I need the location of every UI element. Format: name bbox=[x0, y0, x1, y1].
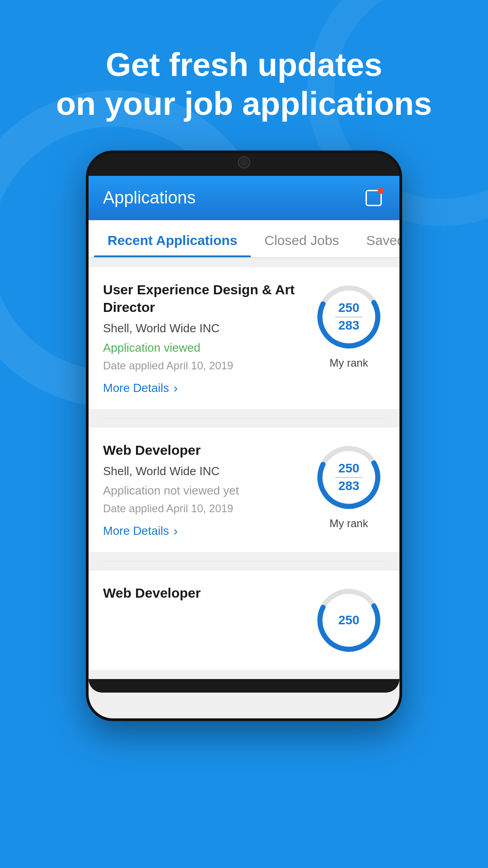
notification-button[interactable] bbox=[362, 187, 385, 209]
phone-top-bar bbox=[89, 153, 399, 176]
job-title-3: Web Developer bbox=[103, 584, 304, 602]
job-status-1: Application viewed bbox=[103, 341, 304, 355]
rank-circle-2: 250 283 bbox=[313, 441, 385, 514]
job-title-2: Web Developer bbox=[103, 441, 304, 459]
content-area: User Experience Design & Art Director Sh… bbox=[89, 267, 399, 670]
phone-bottom-border bbox=[89, 679, 399, 693]
front-camera bbox=[238, 156, 250, 169]
phone-notch bbox=[208, 153, 280, 171]
tab-saved[interactable]: Saved bbox=[352, 220, 399, 257]
job-info-2: Web Developer Shell, World Wide INC Appl… bbox=[103, 441, 313, 538]
job-card-1: User Experience Design & Art Director Sh… bbox=[89, 267, 399, 409]
more-details-btn-1[interactable]: More Details › bbox=[103, 381, 304, 396]
job-date-1: Date applied April 10, 2019 bbox=[103, 359, 304, 372]
app-header: Applications bbox=[89, 176, 399, 220]
card-divider-2 bbox=[103, 561, 385, 561]
job-card-3: Web Developer 250 bbox=[89, 571, 399, 670]
tab-closed-jobs[interactable]: Closed Jobs bbox=[251, 220, 352, 257]
rank-numbers-1: 250 283 bbox=[335, 301, 362, 333]
job-date-2: Date applied April 10, 2019 bbox=[103, 502, 304, 515]
chevron-right-icon-1: › bbox=[174, 381, 178, 396]
hero-header: Get fresh updates on your job applicatio… bbox=[0, 0, 488, 151]
rank-circle-1: 250 283 bbox=[313, 281, 385, 353]
job-company-1: Shell, World Wide INC bbox=[103, 321, 304, 335]
job-status-2: Application not viewed yet bbox=[103, 484, 304, 498]
rank-circle-3: 250 bbox=[313, 584, 385, 656]
job-card-2: Web Developer Shell, World Wide INC Appl… bbox=[89, 428, 399, 552]
job-title-1: User Experience Design & Art Director bbox=[103, 281, 304, 316]
notification-badge bbox=[378, 188, 384, 194]
hero-title: Get fresh updates on your job applicatio… bbox=[0, 45, 488, 123]
rank-numbers-2: 250 283 bbox=[335, 462, 362, 493]
rank-circle-container-3: 250 bbox=[313, 584, 385, 656]
more-details-btn-2[interactable]: More Details › bbox=[103, 524, 304, 538]
rank-circle-container-2: 250 283 My rank bbox=[313, 441, 385, 530]
tabs-bar: Recent Applications Closed Jobs Saved bbox=[89, 220, 399, 258]
phone-screen: Applications Recent Applications Closed … bbox=[89, 176, 399, 718]
card-divider-1 bbox=[103, 418, 385, 419]
job-info-1: User Experience Design & Art Director Sh… bbox=[103, 281, 313, 396]
job-company-2: Shell, World Wide INC bbox=[103, 464, 304, 478]
rank-divider-1 bbox=[335, 316, 362, 317]
app-title: Applications bbox=[103, 188, 196, 208]
phone-frame: Applications Recent Applications Closed … bbox=[86, 151, 402, 721]
job-info-3: Web Developer bbox=[103, 584, 313, 607]
rank-numbers-3: 250 bbox=[338, 613, 360, 627]
rank-divider-2 bbox=[335, 477, 362, 478]
chevron-right-icon-2: › bbox=[174, 524, 178, 538]
tab-recent-applications[interactable]: Recent Applications bbox=[94, 220, 251, 257]
rank-circle-container-1: 250 283 My rank bbox=[313, 281, 385, 369]
phone-side-button bbox=[400, 289, 402, 325]
phone-mockup: Applications Recent Applications Closed … bbox=[0, 151, 488, 721]
